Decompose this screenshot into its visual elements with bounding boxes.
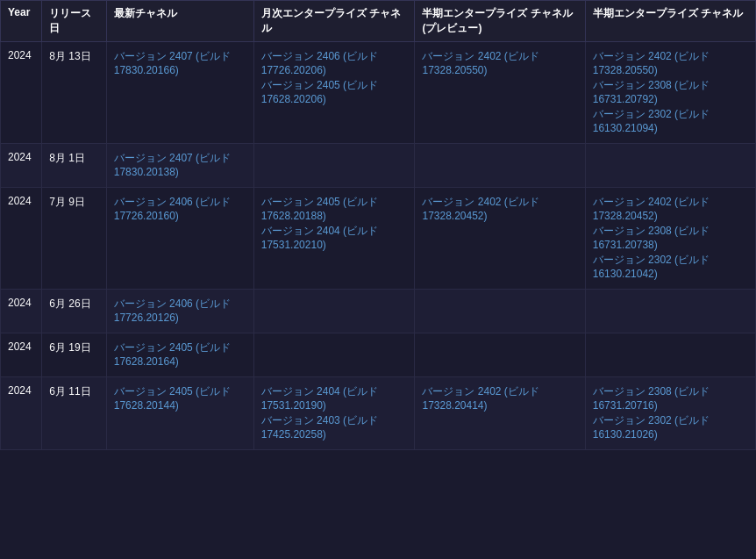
header-latest: 最新チャネル [106, 1, 253, 42]
version-link[interactable]: バージョン 2308 (ビルド 16731.20716) [593, 384, 748, 412]
cell-latest: バージョン 2407 (ビルド 17830.20166) [106, 42, 253, 144]
cell-monthly: バージョン 2404 (ビルド 17531.20190)バージョン 2403 (… [253, 377, 415, 450]
cell-monthly: バージョン 2406 (ビルド 17726.20206)バージョン 2405 (… [253, 42, 415, 144]
cell-semi-preview [415, 144, 585, 188]
cell-semi-preview [415, 333, 585, 377]
version-link[interactable]: バージョン 2404 (ビルド 17531.20210) [261, 224, 408, 251]
cell-latest: バージョン 2405 (ビルド 17628.20164) [106, 333, 253, 377]
cell-year: 2024 [1, 377, 42, 450]
cell-monthly: バージョン 2405 (ビルド 17628.20188)バージョン 2404 (… [253, 188, 415, 290]
version-link[interactable]: バージョン 2402 (ビルド 17328.20452) [593, 195, 748, 222]
cell-semi: バージョン 2308 (ビルド 16731.20716)バージョン 2302 (… [585, 377, 755, 450]
version-link[interactable]: バージョン 2308 (ビルド 16731.20792) [593, 78, 748, 105]
version-link[interactable]: バージョン 2308 (ビルド 16731.20738) [593, 224, 748, 251]
cell-semi-preview: バージョン 2402 (ビルド 17328.20452) [415, 188, 585, 290]
cell-monthly [253, 333, 415, 377]
cell-semi-preview: バージョン 2402 (ビルド 17328.20550) [415, 42, 585, 144]
version-link[interactable]: バージョン 2402 (ビルド 17328.20414) [422, 384, 577, 412]
cell-release-date: 6月 19日 [42, 333, 107, 377]
cell-semi: バージョン 2402 (ビルド 17328.20452)バージョン 2308 (… [585, 188, 755, 290]
version-link[interactable]: バージョン 2405 (ビルド 17628.20206) [261, 78, 408, 105]
version-link[interactable]: バージョン 2405 (ビルド 17628.20144) [114, 384, 246, 412]
version-link[interactable]: バージョン 2405 (ビルド 17628.20164) [114, 340, 246, 368]
cell-year: 2024 [1, 188, 42, 290]
cell-year: 2024 [1, 42, 42, 144]
table-row: 20248月 13日バージョン 2407 (ビルド 17830.20166)バー… [1, 42, 756, 144]
header-monthly: 月次エンタープライズ チャネル [253, 1, 415, 42]
table-row: 20246月 19日バージョン 2405 (ビルド 17628.20164) [1, 333, 756, 377]
header-year: Year [1, 1, 42, 42]
version-link[interactable]: バージョン 2302 (ビルド 16130.21042) [593, 253, 748, 280]
version-link[interactable]: バージョン 2406 (ビルド 17726.20206) [261, 49, 408, 76]
version-link[interactable]: バージョン 2402 (ビルド 17328.20550) [593, 49, 748, 76]
version-link[interactable]: バージョン 2406 (ビルド 17726.20126) [114, 297, 246, 324]
cell-release-date: 6月 26日 [42, 290, 107, 333]
version-link[interactable]: バージョン 2302 (ビルド 16130.21026) [593, 413, 748, 441]
cell-monthly [253, 290, 415, 333]
version-link[interactable]: バージョン 2403 (ビルド 17425.20258) [261, 413, 408, 441]
cell-semi [585, 290, 755, 333]
cell-latest: バージョン 2406 (ビルド 17726.20160) [106, 188, 253, 290]
version-link[interactable]: バージョン 2407 (ビルド 17830.20166) [114, 49, 246, 76]
cell-latest: バージョン 2405 (ビルド 17628.20144) [106, 377, 253, 450]
cell-release-date: 7月 9日 [42, 188, 107, 290]
table-row: 20248月 1日バージョン 2407 (ビルド 17830.20138) [1, 144, 756, 188]
cell-year: 2024 [1, 144, 42, 188]
version-link[interactable]: バージョン 2405 (ビルド 17628.20188) [261, 195, 408, 222]
version-link[interactable]: バージョン 2402 (ビルド 17328.20452) [422, 195, 577, 222]
table-row: 20247月 9日バージョン 2406 (ビルド 17726.20160)バージ… [1, 188, 756, 290]
version-link[interactable]: バージョン 2407 (ビルド 17830.20138) [114, 151, 246, 178]
cell-year: 2024 [1, 333, 42, 377]
cell-monthly [253, 144, 415, 188]
cell-year: 2024 [1, 290, 42, 333]
cell-semi-preview: バージョン 2402 (ビルド 17328.20414) [415, 377, 585, 450]
cell-latest: バージョン 2406 (ビルド 17726.20126) [106, 290, 253, 333]
cell-semi: バージョン 2402 (ビルド 17328.20550)バージョン 2308 (… [585, 42, 755, 144]
header-semi-preview: 半期エンタープライズ チャネル (プレビュー) [415, 1, 585, 42]
table-row: 20246月 11日バージョン 2405 (ビルド 17628.20144)バー… [1, 377, 756, 450]
cell-semi [585, 144, 755, 188]
version-link[interactable]: バージョン 2302 (ビルド 16130.21094) [593, 107, 748, 134]
table-row: 20246月 26日バージョン 2406 (ビルド 17726.20126) [1, 290, 756, 333]
header-semi: 半期エンタープライズ チャネル [585, 1, 755, 42]
cell-semi [585, 333, 755, 377]
cell-release-date: 8月 13日 [42, 42, 107, 144]
cell-release-date: 8月 1日 [42, 144, 107, 188]
version-link[interactable]: バージョン 2404 (ビルド 17531.20190) [261, 384, 408, 412]
cell-latest: バージョン 2407 (ビルド 17830.20138) [106, 144, 253, 188]
cell-semi-preview [415, 290, 585, 333]
version-link[interactable]: バージョン 2402 (ビルド 17328.20550) [422, 49, 577, 76]
version-link[interactable]: バージョン 2406 (ビルド 17726.20160) [114, 195, 246, 222]
cell-release-date: 6月 11日 [42, 377, 107, 450]
header-release: リリース日 [42, 1, 107, 42]
